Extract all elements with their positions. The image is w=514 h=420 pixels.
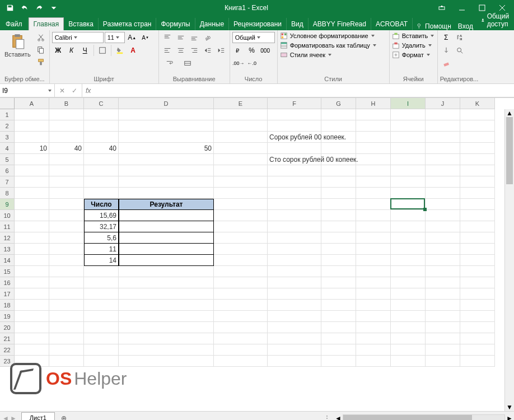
save-button[interactable] xyxy=(3,1,17,15)
cell-A7[interactable] xyxy=(15,176,49,188)
cell-E5[interactable] xyxy=(214,154,268,165)
row-header-14[interactable]: 14 xyxy=(0,255,15,266)
enter-formula-button[interactable]: ✓ xyxy=(69,85,80,96)
find-button[interactable] xyxy=(454,45,466,56)
redo-button[interactable] xyxy=(32,1,46,15)
cell-C19[interactable] xyxy=(84,311,119,322)
cell-J7[interactable] xyxy=(426,176,460,188)
cell-I19[interactable] xyxy=(391,311,426,322)
cell-H21[interactable] xyxy=(356,333,391,344)
cell-G16[interactable] xyxy=(321,277,356,288)
cell-F13[interactable] xyxy=(268,244,321,255)
cell-D22[interactable] xyxy=(119,344,214,356)
align-left-button[interactable] xyxy=(161,45,174,56)
cell-K11[interactable] xyxy=(460,221,495,232)
cell-H13[interactable] xyxy=(356,244,391,255)
cell-K19[interactable] xyxy=(460,311,495,322)
cell-H5[interactable] xyxy=(356,154,391,165)
cell-B3[interactable] xyxy=(49,132,84,143)
cell-C20[interactable] xyxy=(84,322,119,333)
cell-J8[interactable] xyxy=(426,188,460,199)
cell-D17[interactable] xyxy=(119,288,214,300)
cell-K23[interactable] xyxy=(460,356,495,367)
cell-G13[interactable] xyxy=(321,244,356,255)
cell-G14[interactable] xyxy=(321,255,356,266)
tab-review[interactable]: Рецензировани xyxy=(229,18,287,30)
col-header-A[interactable]: A xyxy=(15,98,49,109)
increase-indent-button[interactable] xyxy=(215,45,227,56)
scroll-right-icon[interactable]: ► xyxy=(505,414,514,421)
cell-I18[interactable] xyxy=(391,300,426,311)
cell-C10[interactable]: 15,69 xyxy=(84,210,119,221)
row-header-13[interactable]: 13 xyxy=(0,244,15,255)
autosum-button[interactable]: Σ xyxy=(440,32,452,43)
cell-E19[interactable] xyxy=(214,311,268,322)
cell-B5[interactable] xyxy=(49,154,84,165)
cell-F11[interactable] xyxy=(268,221,321,232)
cell-D23[interactable] xyxy=(119,356,214,367)
cell-C16[interactable] xyxy=(84,277,119,288)
cell-H23[interactable] xyxy=(356,356,391,367)
cell-I17[interactable] xyxy=(391,288,426,300)
cell-J11[interactable] xyxy=(426,221,460,232)
cell-F21[interactable] xyxy=(268,333,321,344)
cell-G4[interactable] xyxy=(321,143,356,154)
cell-D9[interactable]: Результат xyxy=(119,199,214,210)
cell-J2[interactable] xyxy=(426,120,460,132)
cell-G10[interactable] xyxy=(321,210,356,221)
cell-J14[interactable] xyxy=(426,255,460,266)
cell-A8[interactable] xyxy=(15,188,49,199)
cell-J19[interactable] xyxy=(426,311,460,322)
cell-E22[interactable] xyxy=(214,344,268,356)
cell-K17[interactable] xyxy=(460,288,495,300)
cell-B14[interactable] xyxy=(49,255,84,266)
cell-E17[interactable] xyxy=(214,288,268,300)
cell-A12[interactable] xyxy=(15,232,49,244)
cell-B19[interactable] xyxy=(49,311,84,322)
col-header-K[interactable]: K xyxy=(460,98,495,109)
comma-button[interactable]: 000 xyxy=(259,45,272,56)
cell-K13[interactable] xyxy=(460,244,495,255)
cell-E2[interactable] xyxy=(214,120,268,132)
cell-A17[interactable] xyxy=(15,288,49,300)
clear-button[interactable] xyxy=(440,58,452,69)
minimize-button[interactable] xyxy=(452,1,471,15)
cell-C6[interactable] xyxy=(84,165,119,176)
row-header-18[interactable]: 18 xyxy=(0,300,15,311)
cell-E15[interactable] xyxy=(214,266,268,277)
cell-F10[interactable] xyxy=(268,210,321,221)
cell-D12[interactable] xyxy=(119,232,214,244)
cell-C15[interactable] xyxy=(84,266,119,277)
orientation-button[interactable]: ab xyxy=(202,32,214,43)
undo-button[interactable] xyxy=(18,1,31,15)
percent-button[interactable]: % xyxy=(246,45,258,56)
row-header-17[interactable]: 17 xyxy=(0,288,15,300)
cell-D18[interactable] xyxy=(119,300,214,311)
cell-J6[interactable] xyxy=(426,165,460,176)
row-header-9[interactable]: 9 xyxy=(0,199,15,210)
scroll-left-icon[interactable]: ◄ xyxy=(334,414,343,421)
cell-K16[interactable] xyxy=(460,277,495,288)
cell-C12[interactable]: 5,6 xyxy=(84,232,119,244)
cell-B10[interactable] xyxy=(49,210,84,221)
tab-data[interactable]: Данные xyxy=(195,18,229,30)
cell-J5[interactable] xyxy=(426,154,460,165)
cell-C3[interactable] xyxy=(84,132,119,143)
cell-A11[interactable] xyxy=(15,221,49,232)
cell-H14[interactable] xyxy=(356,255,391,266)
cell-C2[interactable] xyxy=(84,120,119,132)
cell-C13[interactable]: 11 xyxy=(84,244,119,255)
cell-E16[interactable] xyxy=(214,277,268,288)
cell-I5[interactable] xyxy=(391,154,426,165)
cell-B17[interactable] xyxy=(49,288,84,300)
cell-G8[interactable] xyxy=(321,188,356,199)
cell-H7[interactable] xyxy=(356,176,391,188)
cell-K4[interactable] xyxy=(460,143,495,154)
cell-K18[interactable] xyxy=(460,300,495,311)
hscroll-thumb[interactable] xyxy=(343,415,472,421)
cell-F19[interactable] xyxy=(268,311,321,322)
cell-G9[interactable] xyxy=(321,199,356,210)
cell-F15[interactable] xyxy=(268,266,321,277)
cell-E9[interactable] xyxy=(214,199,268,210)
cell-C7[interactable] xyxy=(84,176,119,188)
